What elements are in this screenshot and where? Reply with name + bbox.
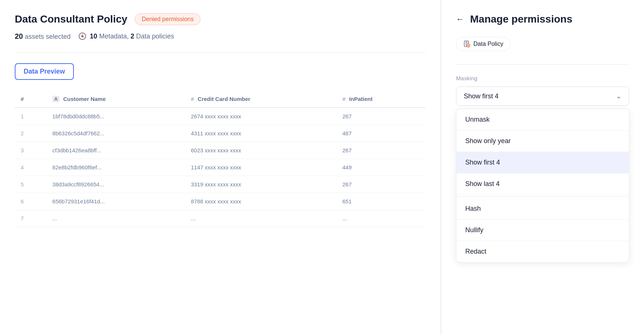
dropdown-item-hash[interactable]: Hash	[456, 198, 629, 220]
col-hash-icon: #	[21, 96, 24, 102]
policy-title: Data Consultant Policy	[15, 13, 127, 25]
data-policy-chip[interactable]: Data Policy	[456, 37, 510, 51]
cell-num: 6	[15, 193, 47, 210]
table-row: 1 1bf78dbd0ddc88b5... 2674 xxxx xxxx xxx…	[15, 108, 426, 125]
table-header-row: # A Customer Name # Credit Card Number	[15, 90, 426, 108]
table-row: 6 656b72931e16f41d... 8788 xxxx xxxx xxx…	[15, 193, 426, 210]
chip-label: Data Policy	[473, 41, 503, 47]
dropdown-separator	[456, 196, 629, 197]
table-row: 2 8b6326c5d4df7662... 4311 xxxx xxxx xxx…	[15, 125, 426, 142]
metadata-count: 10	[90, 33, 97, 40]
col-hash3-icon: # InPatient	[342, 96, 373, 102]
cell-card: 6023 xxxx xxxx xxxx	[185, 142, 336, 159]
left-panel: Data Consultant Policy Denied permission…	[0, 0, 441, 335]
right-divider	[456, 64, 629, 65]
cell-num: 4	[15, 159, 47, 176]
cell-inpatient: ...	[336, 210, 426, 227]
cell-inpatient: 449	[336, 159, 426, 176]
dropdown-item-show-only-year[interactable]: Show only year	[456, 131, 629, 152]
col-num: #	[15, 90, 47, 108]
cell-card: 4311 xxxx xxxx xxxx	[185, 125, 336, 142]
col-hash2-icon: # Credit Card Number	[191, 96, 250, 102]
policies-label: Data policies	[136, 33, 174, 40]
col-customer-name: A Customer Name	[47, 90, 185, 108]
policies-count: 2	[130, 33, 134, 40]
cell-num: 2	[15, 125, 47, 142]
cell-name: 656b72931e16f41d...	[47, 193, 185, 210]
cell-name: 8b6326c5d4df7662...	[47, 125, 185, 142]
back-button[interactable]: ←	[456, 14, 464, 24]
masking-select[interactable]: Show first 4 ⌄	[456, 87, 629, 106]
cell-card: ...	[185, 210, 336, 227]
cell-name: 82e8b2fdb960f6ef...	[47, 159, 185, 176]
table-row: 4 82e8b2fdb960f6ef... 1147 xxxx xxxx xxx…	[15, 159, 426, 176]
data-preview-tab[interactable]: Data Preview	[15, 63, 74, 80]
table-row: 7 ... ... ...	[15, 210, 426, 227]
manage-header: ← Manage permissions	[456, 13, 629, 25]
col-inpatient: # InPatient	[336, 90, 426, 108]
assets-count: 20	[15, 32, 23, 40]
cell-num: 1	[15, 108, 47, 125]
dropdown-item-unmask[interactable]: Unmask	[456, 109, 629, 131]
cell-inpatient: 487	[336, 125, 426, 142]
chevron-down-icon: ⌄	[616, 92, 621, 100]
col-credit-card: # Credit Card Number	[185, 90, 336, 108]
cell-inpatient: 267	[336, 176, 426, 193]
data-table: # A Customer Name # Credit Card Number	[15, 90, 426, 227]
metadata-label: Metadata,	[99, 33, 129, 40]
dropdown-item-redact[interactable]: Redact	[456, 241, 629, 262]
cell-card: 2674 xxxx xxxx xxxx	[185, 108, 336, 125]
cell-inpatient: 267	[336, 142, 426, 159]
table-row: 3 cf3dbb1426ea8bff... 6023 xxxx xxxx xxx…	[15, 142, 426, 159]
dropdown-item-show-first-4[interactable]: Show first 4	[456, 152, 629, 173]
cell-name: 38d3a9ccf8926654...	[47, 176, 185, 193]
right-panel: ← Manage permissions Data Policy Masking…	[441, 0, 644, 335]
cell-inpatient: 651	[336, 193, 426, 210]
assets-label: assets selected	[25, 33, 71, 40]
svg-point-1	[81, 35, 83, 37]
masking-selected-value: Show first 4	[464, 92, 499, 100]
cell-inpatient: 267	[336, 108, 426, 125]
data-policy-icon	[463, 40, 470, 48]
cell-card: 3319 xxxx xxxx xxxx	[185, 176, 336, 193]
assets-info: 20 assets selected 10 Metadata, 2 Data p…	[15, 32, 426, 41]
meta-text: 10 Metadata, 2 Data policies	[90, 33, 174, 40]
meta-icon: 10 Metadata, 2 Data policies	[78, 32, 174, 41]
dropdown-item-nullify[interactable]: Nullify	[456, 220, 629, 241]
policy-header: Data Consultant Policy Denied permission…	[15, 13, 426, 25]
denied-badge: Denied permissions	[135, 13, 201, 25]
table-row: 5 38d3a9ccf8926654... 3319 xxxx xxxx xxx…	[15, 176, 426, 193]
header-divider	[15, 53, 426, 53]
dropdown-item-show-last-4[interactable]: Show last 4	[456, 173, 629, 195]
masking-dropdown[interactable]: UnmaskShow only yearShow first 4Show las…	[456, 109, 629, 263]
masking-label: Masking	[456, 75, 629, 81]
cell-num: 3	[15, 142, 47, 159]
col-alpha-icon: A Customer Name	[52, 96, 106, 102]
cell-name: 1bf78dbd0ddc88b5...	[47, 108, 185, 125]
cell-name: ...	[47, 210, 185, 227]
cell-name: cf3dbb1426ea8bff...	[47, 142, 185, 159]
cell-card: 8788 xxxx xxxx xxxx	[185, 193, 336, 210]
cell-card: 1147 xxxx xxxx xxxx	[185, 159, 336, 176]
cell-num: 7	[15, 210, 47, 227]
cell-num: 5	[15, 176, 47, 193]
manage-title: Manage permissions	[470, 13, 572, 25]
